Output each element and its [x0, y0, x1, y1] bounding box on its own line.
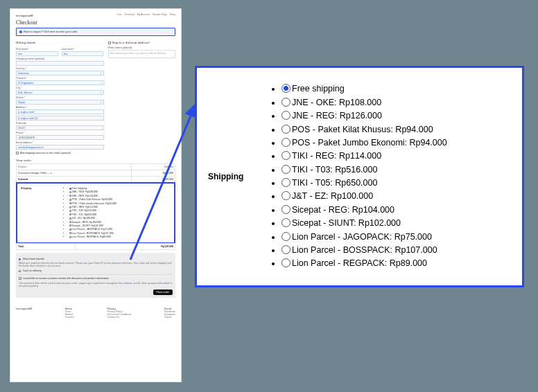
order-line-name: Customer's though T-Shirt — L	[17, 170, 132, 177]
coupon-notice[interactable]: iHave a coupon? Click here to enter your…	[16, 28, 175, 36]
radio-icon[interactable]	[281, 151, 290, 160]
payment-box: Direct bank transfer Make your payment d…	[16, 253, 175, 298]
postcode-input[interactable]: 55122	[16, 125, 104, 130]
label-email: Email address	[16, 141, 104, 144]
radio-icon[interactable]	[69, 210, 71, 212]
shipping-option[interactable]: Sicepat - REG: Rp104.000	[281, 204, 515, 217]
label-district: District	[16, 96, 104, 99]
shipping-options-list: Free shippingJNE - OKE: Rp108.000JNE - R…	[263, 82, 515, 270]
order-notes-textarea[interactable]: Notes about your order, e.g. special not…	[108, 50, 176, 58]
label-address: Address	[16, 106, 104, 109]
footer-brand: testingwoo08	[16, 308, 32, 310]
province-select[interactable]: DI Yogyakarta▾	[16, 80, 104, 85]
checkout-page-thumbnail: testingwoo08 Cart Checkout My Account Sa…	[10, 8, 182, 382]
shipping-option[interactable]: POS - Paket Kilat Khusus: Rp94.000	[281, 123, 515, 136]
radio-icon[interactable]	[281, 98, 290, 107]
shipping-option[interactable]: Lion Parcel - REGPACK: Rp89.000	[281, 257, 515, 270]
city-select[interactable]: Kab. Sleman▾	[16, 90, 104, 95]
country-select[interactable]: Indonesia▾	[16, 71, 104, 75]
address1-input[interactable]: jl. angkor steel	[16, 109, 104, 114]
ship-different-checkbox[interactable]	[108, 42, 111, 44]
radio-icon[interactable]	[69, 221, 71, 223]
col-product: Product	[17, 164, 132, 170]
shipping-callout: Shipping Free shippingJNE - OKE: Rp108.0…	[195, 66, 524, 287]
radio-icon[interactable]	[281, 111, 290, 120]
col-subtotal: Subtotal	[131, 164, 175, 170]
privacy-text: Your personal data will be used to proce…	[19, 282, 173, 287]
shipping-option[interactable]: JNE - REG: Rp126.000	[281, 109, 515, 123]
nav-account[interactable]: My Account	[137, 13, 150, 16]
chevron-down-icon: ▾	[101, 91, 102, 94]
payment-method-bank: Direct bank transfer	[23, 258, 44, 260]
payment-radio-bank[interactable]	[19, 258, 21, 260]
first-name-input[interactable]: test	[16, 51, 58, 56]
radio-icon[interactable]	[281, 205, 290, 214]
label-postcode: Postcode	[16, 122, 104, 125]
shipping-option[interactable]: TIKI - T05: Rp650.000	[281, 177, 515, 190]
shipping-option-mini[interactable]: Lion Parcel - REGPACK: Rp89.000	[69, 235, 171, 239]
address2-input[interactable]: jl. angkor steel (2)	[16, 116, 104, 121]
radio-icon[interactable]	[69, 236, 71, 238]
shipping-option[interactable]: POS - Paket Jumbo Ekonomi: Rp94.000	[281, 136, 515, 150]
label-phone: Phone	[16, 132, 104, 134]
radio-icon[interactable]	[69, 202, 71, 204]
shipping-option[interactable]: TIKI - T03: Rp516.000	[281, 163, 515, 177]
shipping-option[interactable]: Free shipping	[281, 82, 515, 96]
radio-icon[interactable]	[69, 213, 71, 215]
radio-icon[interactable]	[281, 232, 290, 241]
insurance-label: Add shipping insurance to this order (op…	[20, 152, 71, 154]
payment-desc: Make your payment directly into our bank…	[19, 262, 173, 267]
shipping-option[interactable]: Lion Parcel - JAGOPACK: Rp75.000	[281, 231, 515, 244]
coupon-text: Have a coupon? Click here to enter your …	[24, 30, 77, 33]
nav-sample[interactable]: Sample Page	[153, 13, 167, 16]
shipping-options-mini: Free shippingJNE - OKE: Rp108.000JNE - R…	[64, 187, 171, 239]
radio-icon[interactable]	[69, 191, 71, 193]
radio-icon[interactable]	[281, 138, 290, 147]
mailing-checkbox[interactable]	[19, 277, 21, 280]
radio-icon[interactable]	[281, 178, 290, 187]
shipping-option[interactable]: JNE - OKE: Rp108.000	[281, 96, 515, 109]
shipping-option[interactable]: TIKI - REG: Rp114.000	[281, 150, 515, 163]
district-select[interactable]: Depok▾	[16, 100, 104, 105]
top-nav: Cart Checkout My Account Sample Page Sho…	[114, 13, 175, 16]
radio-icon[interactable]	[69, 188, 71, 190]
company-input[interactable]	[16, 61, 104, 66]
radio-icon[interactable]	[281, 258, 290, 267]
radio-icon[interactable]	[281, 165, 290, 174]
nav-cart[interactable]: Cart	[116, 13, 121, 16]
place-order-button[interactable]: Place order	[153, 289, 173, 295]
radio-icon[interactable]	[69, 195, 71, 197]
radio-icon[interactable]	[281, 191, 290, 200]
chevron-down-icon: ▾	[101, 101, 102, 104]
mailing-label: I would like to receive exclusive emails…	[23, 277, 109, 280]
label-last-name: Last name	[62, 48, 104, 51]
site-brand: testingwoo08	[16, 14, 33, 17]
shipping-label-mini: Shipping	[19, 186, 62, 240]
radio-icon[interactable]	[281, 84, 290, 93]
insurance-checkbox[interactable]	[16, 152, 19, 154]
last-name-input[interactable]: test	[62, 51, 104, 56]
chevron-down-icon: ▾	[101, 82, 102, 84]
shipping-option[interactable]: Lion Parcel - BOSSPACK: Rp107.000	[281, 244, 515, 257]
radio-icon[interactable]	[69, 224, 71, 226]
radio-icon[interactable]	[69, 199, 71, 201]
email-input[interactable]: user@testingwoo.local	[16, 145, 104, 150]
label-city: City	[16, 87, 104, 89]
radio-icon[interactable]	[281, 125, 290, 134]
radio-icon[interactable]	[281, 218, 290, 227]
nav-checkout[interactable]: Checkout	[124, 13, 134, 16]
shipping-option[interactable]: Sicepat - SIUNT: Rp102.000	[281, 217, 515, 230]
radio-icon[interactable]	[281, 245, 290, 254]
radio-icon[interactable]	[69, 206, 71, 208]
nav-shop[interactable]: Shop	[170, 13, 175, 16]
payment-radio-cod[interactable]	[19, 270, 21, 272]
radio-icon[interactable]	[69, 232, 71, 234]
billing-heading: Billing details	[16, 41, 104, 44]
radio-icon[interactable]	[69, 217, 71, 220]
total-label: Total	[17, 244, 76, 250]
phone-input[interactable]: +62812345678	[16, 135, 104, 140]
label-order-notes: Order notes (optional)	[108, 46, 176, 49]
radio-icon[interactable]	[69, 229, 71, 231]
info-icon: i	[19, 30, 22, 33]
shipping-option[interactable]: J&T - EZ: Rp100.000	[281, 190, 515, 203]
